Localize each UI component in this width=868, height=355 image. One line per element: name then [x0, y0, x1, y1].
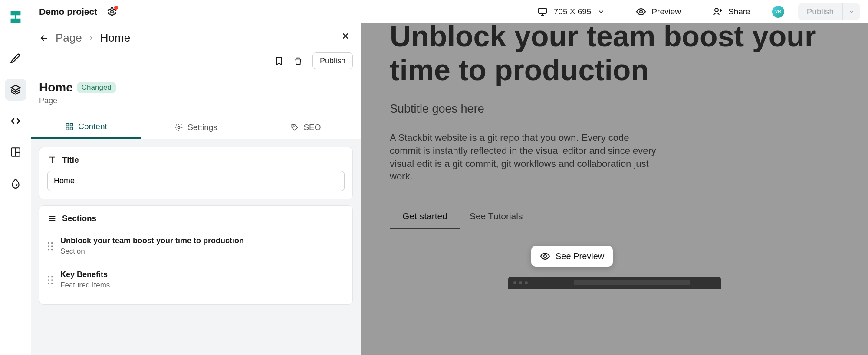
svg-point-9: [178, 126, 180, 128]
svg-rect-7: [66, 127, 69, 130]
svg-point-23: [544, 255, 546, 257]
viewport-size: 705 X 695: [554, 7, 592, 16]
svg-rect-8: [70, 127, 73, 130]
left-rail: [0, 0, 31, 355]
svg-point-12: [51, 242, 53, 244]
section-type: Section: [60, 247, 244, 256]
project-name: Demo project: [39, 7, 97, 17]
title-field-card: Title: [39, 147, 353, 199]
eye-icon: [540, 251, 550, 261]
sections-card: Sections Unblock your team boost your ti…: [39, 205, 353, 305]
svg-point-22: [51, 282, 53, 284]
notification-dot: [114, 6, 118, 10]
page-type: Page: [39, 96, 353, 105]
tab-settings[interactable]: Settings: [141, 116, 251, 139]
section-item[interactable]: Unblock your team boost your time to pro…: [47, 229, 345, 263]
theme-tool[interactable]: [5, 173, 26, 194]
tab-content[interactable]: Content: [31, 116, 141, 139]
tab-seo[interactable]: SEO: [251, 116, 361, 139]
list-icon: [47, 214, 57, 223]
close-icon: [341, 31, 350, 41]
close-panel-button[interactable]: [338, 31, 353, 41]
tag-icon: [290, 123, 299, 132]
title-input[interactable]: [47, 171, 345, 191]
section-title: Key Benefits: [60, 270, 110, 279]
preview-button[interactable]: Preview: [628, 7, 689, 17]
svg-point-17: [48, 276, 49, 277]
back-arrow-icon[interactable]: [39, 33, 49, 43]
svg-point-1: [111, 10, 113, 13]
text-icon: [47, 155, 57, 165]
content-icon: [65, 122, 74, 131]
layers-tool[interactable]: [5, 79, 26, 101]
bookmark-button[interactable]: [274, 56, 284, 66]
section-item[interactable]: Key Benefits Featured Items: [47, 263, 345, 296]
svg-point-13: [48, 245, 49, 247]
chevron-down-icon: [848, 8, 855, 15]
trash-icon: [293, 56, 303, 66]
breadcrumb-parent[interactable]: Page: [56, 31, 82, 45]
preview-overlay: [361, 23, 868, 355]
panel-publish-button[interactable]: Publish: [312, 52, 353, 69]
app-logo[interactable]: [7, 8, 25, 26]
layout-tool[interactable]: [5, 141, 26, 163]
eye-icon: [636, 7, 646, 17]
svg-point-14: [51, 245, 53, 247]
breadcrumb-current: Home: [100, 31, 130, 45]
svg-rect-6: [70, 124, 73, 126]
title-label: Title: [62, 155, 79, 165]
drag-handle-icon[interactable]: [47, 276, 53, 284]
editor-panel: Page Home Publish: [31, 23, 361, 355]
chevron-down-icon: [597, 8, 605, 16]
svg-point-11: [48, 242, 49, 244]
chevron-right-icon: [88, 35, 94, 41]
drag-handle-icon[interactable]: [47, 242, 53, 251]
panel-tabs: Content Settings SEO: [31, 116, 361, 139]
share-icon: [713, 7, 723, 17]
sections-label: Sections: [62, 214, 96, 223]
svg-point-18: [51, 276, 53, 277]
share-button[interactable]: Share: [705, 7, 758, 17]
edit-tool[interactable]: [5, 48, 26, 69]
desktop-icon: [537, 7, 548, 17]
svg-point-21: [48, 282, 49, 284]
topbar: Demo project 705 X 695 Preview Share: [31, 0, 868, 23]
gear-icon: [174, 123, 183, 132]
publish-button-disabled: Publish: [798, 3, 842, 20]
svg-point-16: [51, 248, 53, 250]
svg-point-4: [715, 8, 718, 12]
svg-point-3: [640, 10, 642, 13]
svg-point-10: [293, 126, 295, 127]
page-title: Home: [39, 81, 73, 94]
code-tool[interactable]: [5, 110, 26, 132]
svg-point-19: [48, 279, 49, 281]
svg-point-20: [51, 279, 53, 281]
delete-button[interactable]: [293, 56, 303, 66]
breadcrumb: Page Home: [39, 31, 130, 45]
svg-rect-5: [66, 124, 69, 126]
preview-stage: Unblock your team boost your time to pro…: [361, 23, 868, 355]
section-title: Unblock your team boost your time to pro…: [60, 236, 244, 245]
publish-dropdown[interactable]: [842, 3, 860, 20]
viewport-selector[interactable]: 705 X 695: [530, 7, 612, 17]
project-settings-button[interactable]: [107, 7, 117, 17]
bookmark-icon: [274, 56, 284, 66]
section-type: Featured Items: [60, 281, 110, 290]
svg-point-15: [48, 248, 49, 250]
see-preview-popover[interactable]: See Preview: [531, 246, 613, 267]
status-badge: Changed: [77, 82, 116, 93]
svg-rect-2: [539, 8, 546, 13]
user-avatar[interactable]: VR: [772, 6, 784, 18]
